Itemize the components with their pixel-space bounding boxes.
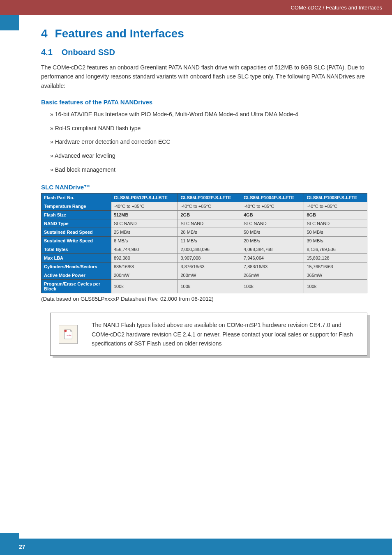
- table-cell: 15,892,128: [304, 254, 367, 263]
- row-label: Max LBA: [42, 254, 111, 263]
- row-label: NAND Type: [42, 219, 111, 228]
- section-number: 4: [41, 27, 48, 40]
- table-row: NAND Type SLC NAND SLC NAND SLC NAND SLC…: [42, 219, 367, 228]
- list-item: Hardware error detection and correction …: [50, 138, 367, 146]
- row-label: Active Mode Power: [42, 271, 111, 280]
- table-cell: 2,000,388,096: [178, 245, 241, 254]
- table-cell: 15,766/16/63: [304, 263, 367, 271]
- section-title: 4Features and Interfaces: [41, 27, 367, 40]
- table-cell: 100k: [241, 280, 304, 293]
- spec-table: Flash Part No. GLS85LP0512P-S-I-LBTE GLS…: [41, 193, 367, 293]
- table-cell: GLS85LP1002P-S-I-FTE: [178, 193, 241, 202]
- note-icon: note: [59, 325, 78, 344]
- table-cell: SLC NAND: [111, 219, 178, 228]
- top-banner: COMe-cDC2 / Features and Interfaces: [0, 0, 392, 15]
- list-item: Bad block management: [50, 166, 367, 174]
- subsection-title: 4.1Onboard SSD: [41, 48, 367, 57]
- table-cell: GLS85LP1008P-S-I-FTE: [304, 193, 367, 202]
- table-row: Max LBA 892,080 3,907,008 7,946,064 15,8…: [42, 254, 367, 263]
- page-number: 27: [19, 543, 25, 550]
- note-text: The NAND Flash types listed above are av…: [92, 320, 356, 348]
- table-cell: 100k: [111, 280, 178, 293]
- table-cell: 100k: [304, 280, 367, 293]
- table-cell: 100k: [178, 280, 241, 293]
- table-row: Total Bytes 456,744,960 2,000,388,096 4,…: [42, 245, 367, 254]
- table-cell: 50 MB/s: [241, 228, 304, 237]
- side-stripe: [0, 15, 19, 30]
- table-row: Program/Erase Cycles per Block 100k 100k…: [42, 280, 367, 293]
- table-cell: 265mW: [241, 271, 304, 280]
- table-cell: 885/16/63: [111, 263, 178, 271]
- svg-point-1: [65, 329, 67, 332]
- table-cell: 7,946,064: [241, 254, 304, 263]
- footer-corner: [0, 533, 19, 539]
- table-cell: 11 MB/s: [178, 237, 241, 245]
- table-row: Sustained Read Speed 25 MB/s 28 MB/s 50 …: [42, 228, 367, 237]
- table-cell: -40°C to +85°C: [111, 202, 178, 211]
- table-row: Flash Part No. GLS85LP0512P-S-I-LBTE GLS…: [42, 193, 367, 202]
- feature-list: 16-bit ATA/IDE Bus Interface with PIO Mo…: [41, 111, 367, 174]
- table-cell: 200mW: [178, 271, 241, 280]
- table-row: Temperature Range -40°C to +85°C -40°C t…: [42, 202, 367, 211]
- section-title-text: Features and Interfaces: [55, 27, 184, 40]
- table-cell: 200mW: [111, 271, 178, 280]
- list-item: 16-bit ATA/IDE Bus Interface with PIO Mo…: [50, 111, 367, 119]
- subsection-title-text: Onboard SSD: [62, 48, 115, 57]
- table-cell: GLS85LP1004P-S-I-FTE: [241, 193, 304, 202]
- table-cell: 892,080: [111, 254, 178, 263]
- table-cell: 4GB: [241, 211, 304, 219]
- intro-paragraph: The COMe-cDC2 features an onboard Greenl…: [41, 63, 367, 90]
- row-label: Total Bytes: [42, 245, 111, 254]
- table-cell: 3,907,008: [178, 254, 241, 263]
- footer-bar: 27: [0, 539, 392, 555]
- table-cell: -40°C to +85°C: [178, 202, 241, 211]
- table-cell: 20 MB/s: [241, 237, 304, 245]
- table-cell: 25 MB/s: [111, 228, 178, 237]
- breadcrumb: COMe-cDC2 / Features and Interfaces: [291, 5, 382, 11]
- table-cell: 3,876/16/63: [178, 263, 241, 271]
- table-cell: 6 MB/s: [111, 237, 178, 245]
- table-cell: 8GB: [304, 211, 367, 219]
- table-caption: (Data based on GLS85LPxxxxP Datasheet Re…: [41, 296, 367, 302]
- row-label: Flash Size: [42, 211, 111, 219]
- row-label: Flash Part No.: [42, 193, 111, 202]
- note-box: note The NAND Flash types listed above a…: [50, 313, 367, 356]
- table-cell: 50 MB/s: [304, 228, 367, 237]
- table-cell: SLC NAND: [178, 219, 241, 228]
- row-label: Cylinders/Heads/Sectors: [42, 263, 111, 271]
- table-cell: 512MB: [111, 211, 178, 219]
- table-cell: 456,744,960: [111, 245, 178, 254]
- table-cell: GLS85LP0512P-S-I-LBTE: [111, 193, 178, 202]
- row-label: Sustained Read Speed: [42, 228, 111, 237]
- row-label: Program/Erase Cycles per Block: [42, 280, 111, 293]
- table-cell: 8,136,769,536: [304, 245, 367, 254]
- table-cell: 2GB: [178, 211, 241, 219]
- table-cell: 28 MB/s: [178, 228, 241, 237]
- table-cell: -40°C to +85°C: [304, 202, 367, 211]
- table-row: Flash Size 512MB 2GB 4GB 8GB: [42, 211, 367, 219]
- table-cell: -40°C to +85°C: [241, 202, 304, 211]
- table-heading: SLC NANDrive™: [41, 184, 367, 191]
- features-heading: Basic features of the PATA NANDrives: [41, 99, 367, 106]
- table-cell: SLC NAND: [241, 219, 304, 228]
- table-cell: 7,883/16/63: [241, 263, 304, 271]
- page-content: 4Features and Interfaces 4.1Onboard SSD …: [0, 15, 392, 356]
- table-cell: SLC NAND: [304, 219, 367, 228]
- note-box-wrap: note The NAND Flash types listed above a…: [41, 313, 367, 356]
- list-item: RoHS compliant NAND flash type: [50, 124, 367, 133]
- row-label: Temperature Range: [42, 202, 111, 211]
- subsection-number: 4.1: [41, 48, 53, 57]
- table-cell: 39 MB/s: [304, 237, 367, 245]
- table-row: Sustained Write Speed 6 MB/s 11 MB/s 20 …: [42, 237, 367, 245]
- table-cell: 4,068,384,768: [241, 245, 304, 254]
- table-row: Active Mode Power 200mW 200mW 265mW 365m…: [42, 271, 367, 280]
- svg-text:note: note: [67, 333, 71, 336]
- table-cell: 365mW: [304, 271, 367, 280]
- list-item: Advanced wear leveling: [50, 152, 367, 160]
- row-label: Sustained Write Speed: [42, 237, 111, 245]
- table-row: Cylinders/Heads/Sectors 885/16/63 3,876/…: [42, 263, 367, 271]
